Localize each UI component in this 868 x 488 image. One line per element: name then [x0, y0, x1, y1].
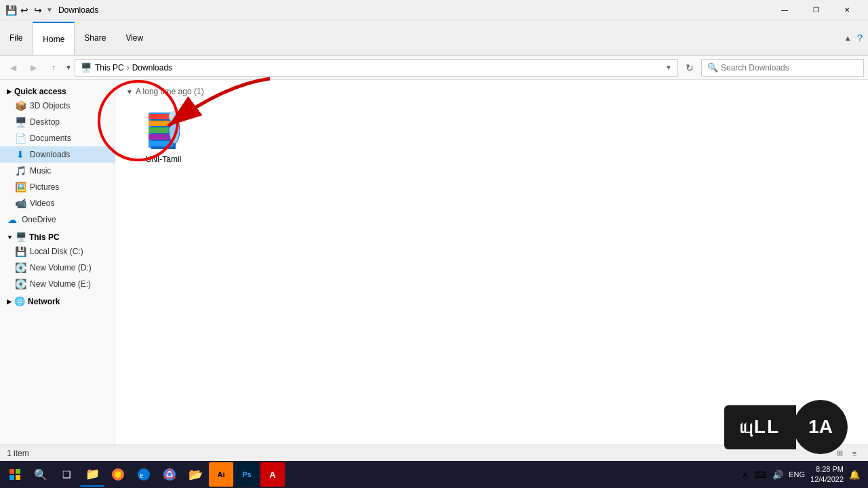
address-bar: ◀ ▶ ↑ ▼ 🖥️ This PC › Downloads ▼ ↻ 🔍	[0, 56, 868, 80]
window-controls: — ❐ ✕	[769, 0, 863, 20]
3dobjects-icon: 📦	[15, 100, 26, 111]
redo-icon[interactable]: ↪	[33, 5, 43, 16]
sidebar-item-new-d[interactable]: 💽 New Volume (D:)	[0, 260, 115, 276]
search-icon: 🔍	[707, 62, 718, 73]
watermark: யுLL 1A	[724, 400, 848, 454]
taskbar-clock[interactable]: 8:28 PM 12/4/2022	[810, 464, 844, 485]
watermark-badge: 1A	[793, 400, 848, 454]
system-lang[interactable]: ENG	[789, 470, 805, 479]
new-volume-d-icon: 💽	[15, 262, 26, 273]
sidebar-label-new-d: New Volume (D:)	[30, 263, 92, 272]
new-volume-e-icon: 💽	[15, 279, 26, 289]
system-tray-arrow[interactable]: ∧	[742, 470, 749, 480]
sidebar-label-pictures: Pictures	[30, 182, 59, 192]
ribbon-tab-share[interactable]: Share	[75, 20, 116, 55]
quick-access-header[interactable]: ▶ Quick access	[0, 83, 115, 98]
network-icon: 🌐	[14, 296, 25, 306]
notifications-icon[interactable]: 🔔	[849, 470, 860, 480]
customize-icon[interactable]: ▼	[46, 6, 53, 14]
address-this-pc[interactable]: 🖥️ This PC	[81, 62, 124, 73]
sidebar-item-onedrive[interactable]: ☁ OneDrive	[0, 211, 115, 228]
sidebar-item-new-e[interactable]: 💽 New Volume (E:)	[0, 276, 115, 292]
ribbon-tab-file[interactable]: File	[0, 20, 33, 55]
taskbar-firefox-button[interactable]	[106, 462, 130, 487]
this-pc-icon: 🖥️	[16, 232, 26, 242]
svg-rect-13	[16, 475, 20, 480]
quick-save-icons: 💾 ↩ ↪ ▼	[5, 5, 53, 16]
sidebar-item-videos[interactable]: 📹 Videos	[0, 195, 115, 211]
taskbar-filemanager-button[interactable]: 📂	[183, 462, 208, 487]
this-pc-toggle-icon: ▼	[7, 234, 13, 241]
sidebar-item-documents[interactable]: 📄 Documents	[0, 130, 115, 146]
clock-time: 8:28 PM	[810, 464, 844, 474]
sidebar-label-new-e: New Volume (E:)	[30, 279, 91, 289]
group-header-longtime[interactable]: ▼ A long time ago (1)	[126, 87, 857, 96]
forward-button[interactable]: ▶	[24, 59, 42, 77]
start-button[interactable]	[3, 462, 27, 487]
refresh-button[interactable]: ↻	[681, 59, 698, 77]
sidebar-item-3dobjects[interactable]: 📦 3D Objects	[0, 98, 115, 114]
group-toggle-icon: ▼	[126, 88, 133, 96]
restore-button[interactable]: ❐	[800, 0, 831, 20]
taskbar-taskview-button[interactable]: ❑	[54, 462, 79, 487]
sidebar-item-downloads[interactable]: ⬇ Downloads	[0, 146, 115, 163]
back-button[interactable]: ◀	[4, 59, 22, 77]
taskbar-edge-button[interactable]: e	[132, 462, 156, 487]
list-view-btn[interactable]: ≡	[848, 447, 861, 460]
svg-rect-6	[149, 141, 173, 146]
undo-icon[interactable]: ↩	[19, 5, 30, 16]
ribbon-collapse-btn[interactable]: ▲	[844, 34, 852, 42]
taskbar-acrobat-button[interactable]: A	[260, 462, 285, 487]
file-name-uni-tamil: UNI-Tamil	[146, 155, 182, 164]
help-icon[interactable]: ?	[857, 32, 863, 43]
taskbar-photoshop-button[interactable]: Ps	[235, 462, 259, 487]
local-disk-icon: 💾	[15, 246, 26, 257]
up-button[interactable]: ↑	[45, 59, 62, 77]
sidebar-label-onedrive: OneDrive	[22, 215, 56, 224]
taskbar-explorer-button[interactable]: 📁	[80, 462, 104, 487]
svg-rect-10	[9, 469, 14, 474]
sidebar-label-music: Music	[30, 166, 51, 176]
svg-rect-12	[9, 475, 14, 480]
group-label: A long time ago (1)	[136, 87, 204, 96]
taskbar-illustrator-button[interactable]: Ai	[209, 462, 233, 487]
this-pc-label: This PC	[29, 232, 60, 242]
recent-dropdown[interactable]: ▼	[65, 64, 72, 71]
onedrive-icon: ☁	[7, 214, 18, 225]
sidebar-label-downloads: Downloads	[30, 150, 70, 159]
watermark-text: யுLL	[724, 405, 796, 449]
file-item-uni-tamil[interactable]: UNI-Tamil	[133, 104, 194, 168]
quick-access-toggle-icon: ▶	[7, 88, 12, 95]
this-pc-header[interactable]: ▼ 🖥️ This PC	[0, 228, 115, 243]
minimize-button[interactable]: —	[769, 0, 800, 20]
svg-point-20	[167, 472, 172, 476]
sidebar-label-local-c: Local Disk (C:)	[30, 247, 83, 256]
sidebar-item-music[interactable]: 🎵 Music	[0, 163, 115, 179]
music-icon: 🎵	[15, 165, 26, 176]
network-header[interactable]: ▶ 🌐 Network	[0, 292, 115, 308]
network-label: Network	[28, 297, 60, 306]
search-input[interactable]	[721, 63, 858, 73]
address-box[interactable]: 🖥️ This PC › Downloads ▼	[75, 59, 678, 77]
ribbon-tab-home[interactable]: Home	[33, 22, 75, 55]
address-dropdown-arrow[interactable]: ▼	[665, 64, 672, 71]
sidebar-label-videos: Videos	[30, 199, 54, 208]
videos-icon: 📹	[15, 198, 26, 209]
close-button[interactable]: ✕	[831, 0, 863, 20]
taskbar-search-button[interactable]: 🔍	[28, 462, 53, 487]
ribbon-tab-view[interactable]: View	[116, 20, 153, 55]
volume-icon[interactable]: 🔊	[772, 470, 783, 480]
address-separator-1: ›	[127, 63, 130, 73]
keyboard-icon[interactable]: ⌨	[754, 470, 767, 480]
window-title: Downloads	[58, 5, 98, 15]
sidebar-item-desktop[interactable]: 🖥️ Desktop	[0, 114, 115, 130]
downloads-icon: ⬇	[15, 149, 26, 160]
title-bar: 💾 ↩ ↪ ▼ Downloads — ❐ ✕	[0, 0, 868, 20]
search-box[interactable]: 🔍	[701, 59, 864, 77]
taskbar-right: ∧ ⌨ 🔊 ENG 8:28 PM 12/4/2022 🔔	[742, 464, 865, 485]
save-icon[interactable]: 💾	[5, 5, 16, 16]
address-downloads[interactable]: Downloads	[132, 63, 172, 73]
sidebar-item-local-c[interactable]: 💾 Local Disk (C:)	[0, 243, 115, 260]
sidebar-item-pictures[interactable]: 🖼️ Pictures	[0, 179, 115, 195]
taskbar-chrome-button[interactable]	[157, 462, 182, 487]
